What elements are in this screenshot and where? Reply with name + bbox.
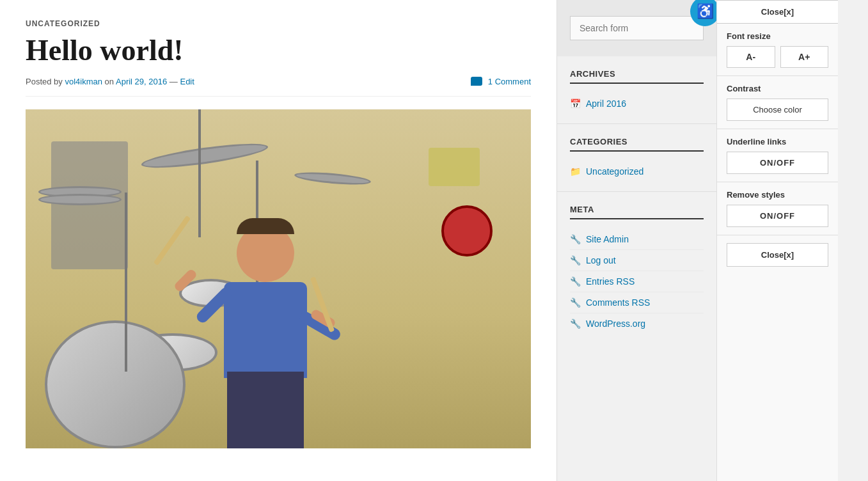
sidebar: ♿ ARCHIVES 📅 April 2016 CATEGORIES 📁 Unc… (556, 0, 716, 481)
category-item[interactable]: 📁 Uncategorized (570, 161, 704, 182)
archive-item[interactable]: 📅 April 2016 (570, 93, 704, 114)
meta-item-entries-rss[interactable]: 🔧 Entries RSS (570, 271, 704, 292)
remove-styles-section: Remove styles ON/OFF (717, 182, 838, 235)
comment-bubble-icon (471, 77, 482, 86)
close-bottom-button[interactable]: Close[x] (727, 243, 828, 267)
site-admin-link[interactable]: Site Admin (586, 234, 629, 244)
logout-link[interactable]: Log out (586, 255, 616, 265)
post-category: UNCATEGORIZED (26, 19, 531, 28)
meta-heading: META (570, 205, 704, 219)
post-meta-text: Posted by vol4ikman on April 29, 2016 — … (26, 77, 194, 86)
search-input[interactable] (570, 16, 704, 40)
wrench-icon-3: 🔧 (570, 276, 581, 287)
font-increase-button[interactable]: A+ (780, 46, 829, 68)
accessibility-icon: ♿ (697, 3, 714, 20)
font-decrease-button[interactable]: A- (727, 46, 775, 68)
wrench-icon-2: 🔧 (570, 255, 581, 265)
meta-section: META 🔧 Site Admin 🔧 Log out 🔧 Entries RS… (557, 192, 716, 343)
wordpress-link[interactable]: WordPress.org (586, 319, 645, 329)
entries-rss-link[interactable]: Entries RSS (586, 276, 635, 287)
post-image (26, 109, 531, 448)
folder-icon: 📁 (570, 166, 581, 177)
remove-styles-toggle[interactable]: ON/OFF (727, 205, 828, 227)
post-meta: Posted by vol4ikman on April 29, 2016 — … (26, 77, 531, 97)
categories-heading: CATEGORIES (570, 137, 704, 152)
remove-styles-label: Remove styles (727, 190, 828, 200)
post-title: Hello world! (26, 35, 531, 67)
contrast-section: Contrast Choose color (717, 76, 838, 129)
choose-color-button[interactable]: Choose color (727, 99, 828, 121)
edit-link[interactable]: Edit (180, 77, 194, 86)
underline-links-section: Underline links ON/OFF (717, 129, 838, 182)
archives-heading: ARCHIVES (570, 69, 704, 84)
archive-link[interactable]: April 2016 (586, 99, 626, 109)
categories-section: CATEGORIES 📁 Uncategorized (557, 124, 716, 192)
font-resize-section: Font resize A- A+ (717, 24, 838, 76)
font-resize-label: Font resize (727, 31, 828, 41)
wrench-icon-1: 🔧 (570, 234, 581, 244)
comments-rss-link[interactable]: Comments RSS (586, 297, 650, 308)
meta-item-site-admin[interactable]: 🔧 Site Admin (570, 229, 704, 250)
underline-links-label: Underline links (727, 137, 828, 146)
calendar-icon: 📅 (570, 99, 581, 109)
archives-section: ARCHIVES 📅 April 2016 (557, 56, 716, 124)
meta-item-wordpress[interactable]: 🔧 WordPress.org (570, 313, 704, 334)
close-top-button[interactable]: Close[x] (717, 0, 838, 24)
accessibility-button[interactable]: ♿ (690, 0, 720, 26)
search-section: ♿ (557, 0, 716, 56)
comment-link[interactable]: 1 Comment (471, 77, 531, 86)
wrench-icon-4: 🔧 (570, 297, 581, 308)
meta-item-comments-rss[interactable]: 🔧 Comments RSS (570, 292, 704, 313)
meta-item-logout[interactable]: 🔧 Log out (570, 250, 704, 271)
date-link[interactable]: April 29, 2016 (116, 77, 167, 86)
accessibility-panel: Close[x] Font resize A- A+ Contrast Choo… (716, 0, 838, 481)
author-link[interactable]: vol4ikman (65, 77, 102, 86)
category-link[interactable]: Uncategorized (586, 166, 643, 177)
underline-links-toggle[interactable]: ON/OFF (727, 152, 828, 174)
contrast-label: Contrast (727, 84, 828, 93)
wrench-icon-5: 🔧 (570, 319, 581, 329)
